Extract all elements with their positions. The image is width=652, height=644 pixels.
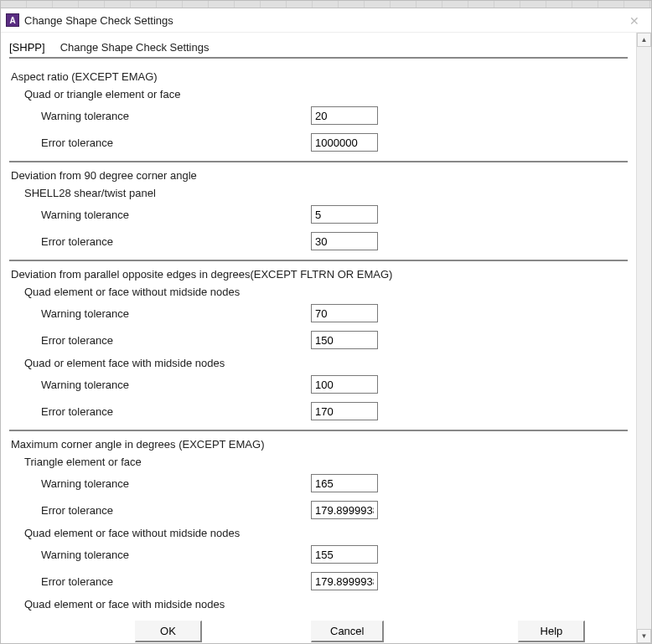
devpar-warning2-row: Warning tolerance	[9, 371, 628, 398]
titlebar: A Change Shape Check Settings ✕	[1, 8, 651, 33]
dev90-warning-label: Warning tolerance	[9, 209, 311, 221]
devpar-error2-row: Error tolerance	[9, 398, 628, 425]
aspect-warning-row: Warning tolerance	[9, 102, 628, 129]
aspect-warning-label: Warning tolerance	[9, 110, 311, 122]
scroll-up-icon[interactable]: ▲	[637, 33, 651, 47]
command-desc: Change Shape Check Settings	[60, 41, 210, 54]
devpar-warning2-input[interactable]	[311, 375, 378, 394]
section-dev90-sub: SHELL28 shear/twist panel	[9, 183, 628, 201]
dev90-error-row: Error tolerance	[9, 228, 628, 255]
scroll-down-icon[interactable]: ▼	[637, 629, 651, 643]
maxcorner-warning1-input[interactable]	[311, 474, 378, 492]
maxcorner-error2-row: Error tolerance	[9, 568, 628, 595]
maxcorner-warning2-row: Warning tolerance	[9, 541, 628, 568]
section-aspect-header: Aspect ratio (EXCEPT EMAG)	[9, 65, 628, 85]
aspect-error-label: Error tolerance	[9, 137, 311, 149]
devpar-warning2-label: Warning tolerance	[9, 379, 311, 391]
section-devpar-sub2: Quad or element face with midside nodes	[9, 353, 628, 371]
dialog-window: A Change Shape Check Settings ✕ [SHPP] C…	[0, 0, 652, 644]
command-code: [SHPP]	[9, 41, 45, 54]
cancel-button[interactable]: Cancel	[311, 621, 384, 642]
devpar-warning1-label: Warning tolerance	[9, 307, 311, 320]
devpar-error1-label: Error tolerance	[9, 334, 311, 347]
aspect-error-row: Error tolerance	[9, 129, 628, 156]
help-button[interactable]: Help	[518, 621, 585, 642]
devpar-error2-label: Error tolerance	[9, 405, 311, 418]
window-top-edge	[1, 1, 651, 8]
section-maxcorner-header: Maximum corner angle in degrees (EXCEPT …	[9, 430, 628, 452]
section-devpar-sub1: Quad element or face without midside nod…	[9, 282, 628, 300]
devpar-warning1-row: Warning tolerance	[9, 300, 628, 327]
section-maxcorner-sub3: Quad element or face with midside nodes	[9, 595, 628, 612]
window-title: Change Shape Check Settings	[24, 14, 173, 27]
maxcorner-warning1-row: Warning tolerance	[9, 470, 628, 497]
maxcorner-error1-row: Error tolerance	[9, 497, 628, 523]
maxcorner-warning2-label: Warning tolerance	[9, 549, 311, 561]
dev90-error-input[interactable]	[311, 232, 378, 250]
maxcorner-error1-label: Error tolerance	[9, 504, 311, 517]
maxcorner-warning1-label: Warning tolerance	[9, 477, 311, 490]
command-line: [SHPP] Change Shape Check Settings	[9, 39, 628, 59]
maxcorner-warning2-input[interactable]	[311, 545, 378, 564]
section-aspect-sub: Quad or triangle element or face	[9, 85, 628, 102]
section-devpar-header: Deviation from parallel opposite edges i…	[9, 260, 628, 282]
dev90-warning-row: Warning tolerance	[9, 201, 628, 228]
vertical-scrollbar[interactable]: ▲ ▼	[636, 33, 651, 643]
ok-button[interactable]: OK	[135, 621, 202, 642]
app-icon: A	[6, 13, 19, 27]
devpar-error2-input[interactable]	[311, 402, 378, 420]
section-dev90-header: Deviation from 90 degree corner angle	[9, 161, 628, 183]
maxcorner-error2-input[interactable]	[311, 572, 378, 590]
dev90-error-label: Error tolerance	[9, 235, 311, 248]
aspect-error-input[interactable]	[311, 133, 378, 152]
maxcorner-error1-input[interactable]	[311, 501, 378, 519]
button-row: OK Cancel Help	[9, 612, 628, 643]
content-area: [SHPP] Change Shape Check Settings Aspec…	[1, 33, 636, 643]
dev90-warning-input[interactable]	[311, 205, 378, 224]
close-icon[interactable]: ✕	[626, 13, 643, 29]
dialog-body: [SHPP] Change Shape Check Settings Aspec…	[1, 33, 651, 643]
maxcorner-error2-label: Error tolerance	[9, 575, 311, 588]
aspect-warning-input[interactable]	[311, 106, 378, 125]
devpar-error1-input[interactable]	[311, 331, 378, 349]
section-maxcorner-sub2: Quad element or face without midside nod…	[9, 523, 628, 541]
devpar-warning1-input[interactable]	[311, 304, 378, 322]
section-maxcorner-sub1: Triangle element or face	[9, 452, 628, 470]
devpar-error1-row: Error tolerance	[9, 327, 628, 353]
